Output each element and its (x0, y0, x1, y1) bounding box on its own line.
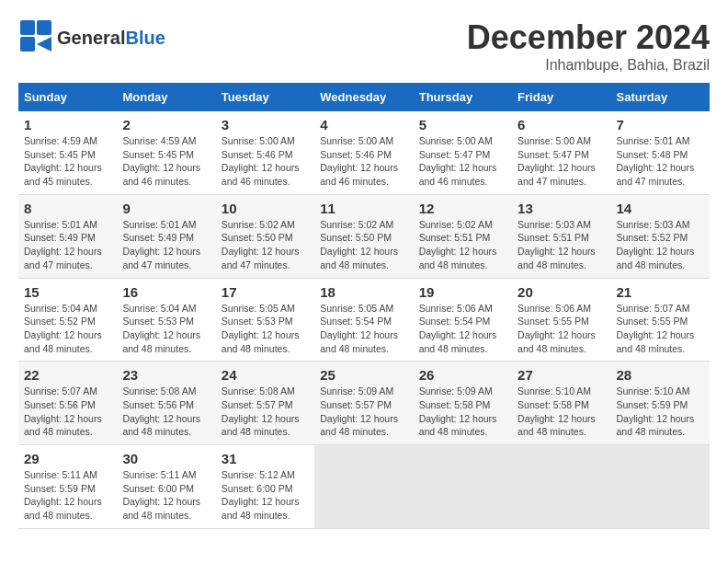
table-row: 22Sunrise: 5:07 AM Sunset: 5:56 PM Dayli… (18, 362, 117, 445)
table-row: 30Sunrise: 5:11 AM Sunset: 6:00 PM Dayli… (117, 445, 215, 529)
table-row (611, 445, 710, 529)
day-info: Sunrise: 5:10 AM Sunset: 5:58 PM Dayligh… (518, 385, 605, 439)
day-number: 22 (24, 367, 111, 383)
table-row: 18Sunrise: 5:05 AM Sunset: 5:54 PM Dayli… (314, 278, 413, 362)
header-row: Sunday Monday Tuesday Wednesday Thursday… (18, 83, 710, 111)
table-row: 29Sunrise: 5:11 AM Sunset: 5:59 PM Dayli… (18, 445, 117, 529)
table-row: 21Sunrise: 5:07 AM Sunset: 5:55 PM Dayli… (611, 278, 710, 362)
day-info: Sunrise: 5:01 AM Sunset: 5:49 PM Dayligh… (122, 218, 210, 272)
day-info: Sunrise: 5:00 AM Sunset: 5:46 PM Dayligh… (320, 134, 407, 189)
col-saturday: Saturday (611, 83, 710, 111)
day-info: Sunrise: 4:59 AM Sunset: 5:45 PM Dayligh… (24, 134, 111, 189)
day-info: Sunrise: 5:03 AM Sunset: 5:52 PM Dayligh… (617, 218, 704, 272)
day-number: 3 (222, 117, 309, 132)
svg-rect-2 (20, 37, 35, 52)
table-row: 1Sunrise: 4:59 AM Sunset: 5:45 PM Daylig… (18, 111, 117, 194)
table-row: 20Sunrise: 5:06 AM Sunset: 5:55 PM Dayli… (512, 278, 610, 362)
table-row: 25Sunrise: 5:09 AM Sunset: 5:57 PM Dayli… (314, 362, 413, 445)
day-info: Sunrise: 5:04 AM Sunset: 5:52 PM Dayligh… (24, 302, 111, 356)
table-row: 6Sunrise: 5:00 AM Sunset: 5:47 PM Daylig… (512, 111, 610, 194)
table-row: 28Sunrise: 5:10 AM Sunset: 5:59 PM Dayli… (611, 362, 710, 445)
day-info: Sunrise: 5:11 AM Sunset: 6:00 PM Dayligh… (122, 468, 210, 523)
day-info: Sunrise: 5:08 AM Sunset: 5:56 PM Dayligh… (122, 385, 210, 439)
col-friday: Friday (512, 83, 610, 111)
day-number: 15 (24, 284, 111, 300)
day-info: Sunrise: 5:12 AM Sunset: 6:00 PM Dayligh… (222, 468, 309, 523)
day-info: Sunrise: 5:08 AM Sunset: 5:57 PM Dayligh… (222, 385, 309, 439)
day-number: 31 (222, 451, 309, 466)
table-row: 19Sunrise: 5:06 AM Sunset: 5:54 PM Dayli… (414, 278, 512, 362)
table-row: 10Sunrise: 5:02 AM Sunset: 5:50 PM Dayli… (216, 194, 314, 278)
logo-text-line1: GeneralBlue (57, 28, 165, 48)
week-row-2: 8Sunrise: 5:01 AM Sunset: 5:49 PM Daylig… (18, 194, 710, 278)
day-number: 20 (518, 284, 605, 300)
col-sunday: Sunday (18, 83, 117, 111)
day-info: Sunrise: 5:03 AM Sunset: 5:51 PM Dayligh… (518, 218, 605, 272)
table-row (414, 445, 512, 529)
day-number: 12 (419, 201, 506, 216)
day-info: Sunrise: 5:00 AM Sunset: 5:46 PM Dayligh… (222, 134, 309, 189)
table-row: 23Sunrise: 5:08 AM Sunset: 5:56 PM Dayli… (117, 362, 215, 445)
table-row (314, 445, 413, 529)
day-info: Sunrise: 5:06 AM Sunset: 5:55 PM Dayligh… (518, 302, 605, 356)
day-number: 21 (617, 284, 704, 300)
week-row-4: 22Sunrise: 5:07 AM Sunset: 5:56 PM Dayli… (18, 362, 710, 445)
day-info: Sunrise: 5:00 AM Sunset: 5:47 PM Dayligh… (419, 134, 506, 189)
day-number: 8 (24, 201, 111, 216)
day-number: 27 (518, 367, 605, 383)
col-wednesday: Wednesday (314, 83, 413, 111)
table-row: 9Sunrise: 5:01 AM Sunset: 5:49 PM Daylig… (117, 194, 215, 278)
table-row: 8Sunrise: 5:01 AM Sunset: 5:49 PM Daylig… (18, 194, 117, 278)
logo: GeneralBlue (18, 18, 165, 57)
day-info: Sunrise: 5:06 AM Sunset: 5:54 PM Dayligh… (419, 302, 506, 356)
table-row: 13Sunrise: 5:03 AM Sunset: 5:51 PM Dayli… (512, 194, 610, 278)
day-number: 5 (419, 117, 506, 132)
table-row: 3Sunrise: 5:00 AM Sunset: 5:46 PM Daylig… (216, 111, 314, 194)
day-info: Sunrise: 5:01 AM Sunset: 5:49 PM Dayligh… (24, 218, 111, 272)
logo-icon (18, 18, 53, 53)
week-row-3: 15Sunrise: 5:04 AM Sunset: 5:52 PM Dayli… (18, 278, 710, 362)
svg-rect-1 (37, 20, 51, 35)
day-info: Sunrise: 5:07 AM Sunset: 5:56 PM Dayligh… (24, 385, 111, 439)
day-info: Sunrise: 5:09 AM Sunset: 5:57 PM Dayligh… (320, 385, 407, 439)
col-thursday: Thursday (414, 83, 512, 111)
day-number: 13 (518, 201, 605, 216)
table-row: 16Sunrise: 5:04 AM Sunset: 5:53 PM Dayli… (117, 278, 215, 362)
week-row-5: 29Sunrise: 5:11 AM Sunset: 5:59 PM Dayli… (18, 445, 710, 529)
day-info: Sunrise: 5:05 AM Sunset: 5:53 PM Dayligh… (222, 302, 309, 356)
day-info: Sunrise: 5:11 AM Sunset: 5:59 PM Dayligh… (24, 468, 111, 523)
day-number: 29 (24, 451, 111, 466)
table-row: 12Sunrise: 5:02 AM Sunset: 5:51 PM Dayli… (414, 194, 512, 278)
week-row-1: 1Sunrise: 4:59 AM Sunset: 5:45 PM Daylig… (18, 111, 710, 194)
day-number: 2 (122, 117, 210, 132)
table-row: 2Sunrise: 4:59 AM Sunset: 5:45 PM Daylig… (117, 111, 215, 194)
day-number: 23 (122, 367, 210, 383)
day-info: Sunrise: 5:07 AM Sunset: 5:55 PM Dayligh… (617, 302, 704, 356)
day-number: 1 (24, 117, 111, 132)
location: Inhambupe, Bahia, Brazil (467, 57, 710, 74)
table-row: 17Sunrise: 5:05 AM Sunset: 5:53 PM Dayli… (216, 278, 314, 362)
svg-marker-3 (37, 37, 51, 52)
table-row: 4Sunrise: 5:00 AM Sunset: 5:46 PM Daylig… (314, 111, 413, 194)
day-number: 10 (222, 201, 309, 216)
table-row: 31Sunrise: 5:12 AM Sunset: 6:00 PM Dayli… (216, 445, 314, 529)
day-info: Sunrise: 5:00 AM Sunset: 5:47 PM Dayligh… (518, 134, 605, 189)
table-row: 14Sunrise: 5:03 AM Sunset: 5:52 PM Dayli… (611, 194, 710, 278)
month-title: December 2024 (467, 18, 710, 57)
day-info: Sunrise: 5:02 AM Sunset: 5:51 PM Dayligh… (419, 218, 506, 272)
day-info: Sunrise: 5:05 AM Sunset: 5:54 PM Dayligh… (320, 302, 407, 356)
day-number: 25 (320, 367, 407, 383)
day-info: Sunrise: 5:04 AM Sunset: 5:53 PM Dayligh… (122, 302, 210, 356)
day-info: Sunrise: 5:02 AM Sunset: 5:50 PM Dayligh… (222, 218, 309, 272)
table-row: 11Sunrise: 5:02 AM Sunset: 5:50 PM Dayli… (314, 194, 413, 278)
calendar-table: Sunday Monday Tuesday Wednesday Thursday… (18, 83, 710, 529)
table-row: 26Sunrise: 5:09 AM Sunset: 5:58 PM Dayli… (414, 362, 512, 445)
table-row: 5Sunrise: 5:00 AM Sunset: 5:47 PM Daylig… (414, 111, 512, 194)
day-info: Sunrise: 5:02 AM Sunset: 5:50 PM Dayligh… (320, 218, 407, 272)
day-number: 18 (320, 284, 407, 300)
table-row (512, 445, 610, 529)
svg-rect-0 (20, 20, 35, 35)
col-monday: Monday (117, 83, 215, 111)
day-number: 11 (320, 201, 407, 216)
table-row: 15Sunrise: 5:04 AM Sunset: 5:52 PM Dayli… (18, 278, 117, 362)
